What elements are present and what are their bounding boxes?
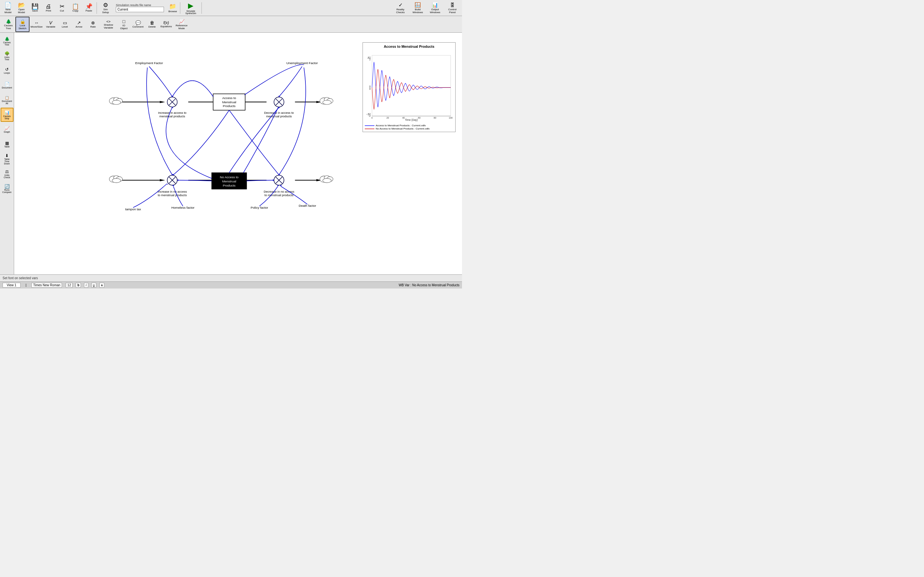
simulate-button[interactable]: ▶ SimulateSyntheSim bbox=[181, 1, 200, 15]
reference-mode-button[interactable]: 📈 ReferenceMode bbox=[173, 17, 190, 32]
sidebar-document-all[interactable]: 📋 DocumentAll bbox=[1, 93, 13, 107]
svg-point-19 bbox=[323, 100, 331, 105]
runs-compare-icon: 🔄 bbox=[5, 184, 10, 189]
sidebar-graph[interactable]: 📈 Graph bbox=[1, 122, 13, 137]
canvas-area[interactable]: Access to Menstrual Products No Access t… bbox=[14, 33, 462, 274]
sidebar-uses-tree[interactable]: 🌳 UsesTree bbox=[1, 49, 13, 63]
svg-text:to menstrual products: to menstrual products bbox=[264, 193, 294, 197]
wb-var: WB Var : No Access to Menstrual Products bbox=[399, 284, 459, 287]
separator-2 bbox=[180, 2, 180, 14]
svg-text:60: 60 bbox=[418, 117, 421, 119]
svg-text:Time (Day): Time (Day) bbox=[405, 119, 418, 121]
sidebar-table[interactable]: ▦ Table bbox=[1, 137, 13, 151]
main-area: 🌲 CausesTree 🌳 UsesTree ↺ Loops 📄 Docume… bbox=[0, 33, 462, 274]
print-icon: 🖨 bbox=[45, 3, 51, 9]
sidebar-causes-strip[interactable]: 📊 CausesStrip bbox=[1, 108, 13, 122]
output-windows-button[interactable]: 📊 OutputWindows bbox=[427, 1, 443, 15]
move-size-icon: ↔ bbox=[34, 20, 39, 25]
svg-point-27 bbox=[323, 179, 331, 183]
control-panel-button[interactable]: 🎛 ControlPanel bbox=[444, 1, 461, 15]
svg-text:0: 0 bbox=[369, 87, 371, 90]
sidebar-table-time-down[interactable]: ⬇ TableTimeDown bbox=[1, 152, 13, 166]
right-tools: ✓ RealityChecks 🪟 BuildWindows 📊 OutputW… bbox=[392, 1, 461, 15]
document-icon: 📄 bbox=[5, 82, 10, 87]
copy-icon: 📋 bbox=[72, 3, 79, 9]
font-italic[interactable]: i bbox=[84, 283, 88, 287]
svg-marker-11 bbox=[160, 179, 165, 181]
move-size-button[interactable]: ↔ Move/Size bbox=[29, 17, 44, 32]
lock-sketch-button[interactable]: 🔒 LockSketch bbox=[15, 17, 29, 32]
causes-tree-button[interactable]: 🌲 CausesTree bbox=[1, 17, 15, 32]
sidebar-causes-tree[interactable]: 🌲 CausesTree bbox=[1, 34, 13, 48]
shadow-variable-icon: <> bbox=[107, 19, 111, 23]
svg-text:Products: Products bbox=[223, 104, 236, 108]
browse-icon: 📁 bbox=[169, 3, 176, 10]
build-windows-button[interactable]: 🪟 BuildWindows bbox=[409, 1, 426, 15]
font-bold[interactable]: b bbox=[76, 283, 81, 287]
equations-icon: f(x) bbox=[163, 21, 169, 25]
save-button[interactable]: 💾 Save bbox=[28, 1, 42, 15]
chart-container: .82 2 0 0 -.82 -2 bbox=[365, 50, 453, 123]
svg-text:Menstrual: Menstrual bbox=[222, 179, 236, 183]
output-windows-icon: 📊 bbox=[432, 2, 438, 8]
build-windows-icon: 🪟 bbox=[415, 2, 421, 8]
svg-text:80: 80 bbox=[434, 117, 436, 119]
comment-button[interactable]: 💬 Comment bbox=[131, 17, 145, 32]
svg-text:menstrual products: menstrual products bbox=[160, 114, 185, 118]
chart-legend: Access to Menstrual Products : Current.v… bbox=[365, 124, 453, 130]
file-input[interactable] bbox=[116, 7, 164, 12]
print-button[interactable]: 🖨 Print bbox=[42, 1, 55, 15]
delete-button[interactable]: 🗑 Delete bbox=[145, 17, 159, 32]
svg-text:Employment Factor: Employment Factor bbox=[136, 61, 163, 65]
reality-checks-icon: ✓ bbox=[399, 2, 403, 8]
bottom-bar: View 1 | Times New Roman 12 b i u s WB V… bbox=[0, 282, 462, 288]
sidebar-runs-compare[interactable]: 🔄 RunsCompare bbox=[1, 181, 13, 195]
variable-button[interactable]: V Variable bbox=[44, 17, 58, 32]
comment-icon: 💬 bbox=[136, 20, 141, 25]
svg-text:Decrease in access to: Decrease in access to bbox=[264, 111, 294, 114]
font-size[interactable]: 12 bbox=[66, 283, 73, 287]
rate-button[interactable]: ⊗ Rate bbox=[86, 17, 100, 32]
copy-button[interactable]: 📋 Copy bbox=[69, 1, 82, 15]
variable-icon: V bbox=[49, 20, 52, 25]
svg-text:0: 0 bbox=[371, 117, 373, 119]
sidebar-document[interactable]: 📄 Document bbox=[1, 78, 13, 92]
font-underline[interactable]: u bbox=[91, 283, 97, 287]
svg-text:Increase in access to: Increase in access to bbox=[158, 111, 186, 114]
io-object-button[interactable]: □ IOObject bbox=[117, 17, 131, 32]
chart-panel: Access to Menstrual Products .82 2 0 0 -… bbox=[363, 42, 456, 132]
font-strikethrough[interactable]: s bbox=[99, 283, 104, 287]
view-tab[interactable]: View 1 bbox=[3, 283, 21, 287]
svg-text:100: 100 bbox=[449, 117, 453, 119]
top-toolbar: 📄 New Model 📂 OpenModel 💾 Save 🖨 Print ✂… bbox=[0, 0, 462, 16]
new-model-button[interactable]: 📄 New Model bbox=[1, 1, 15, 15]
paste-button[interactable]: 📌 Paste bbox=[82, 1, 95, 15]
causes-tree-icon: 🌲 bbox=[6, 19, 11, 24]
browse-button[interactable]: 📁 Browse bbox=[166, 2, 179, 13]
level-button[interactable]: ▭ Level bbox=[58, 17, 72, 32]
cut-button[interactable]: ✂ Cut bbox=[55, 1, 69, 15]
document-all-icon: 📋 bbox=[5, 96, 9, 100]
reality-checks-button[interactable]: ✓ RealityChecks bbox=[392, 1, 409, 15]
table-icon: ▦ bbox=[5, 141, 9, 145]
separator-3 bbox=[202, 2, 202, 14]
file-label: Simulation results file name bbox=[116, 3, 164, 7]
arrow-button[interactable]: ↗ Arrow bbox=[72, 17, 86, 32]
delete-icon: 🗑 bbox=[150, 20, 154, 25]
equations-button[interactable]: f(x) Equations bbox=[159, 17, 173, 32]
svg-text:tampon tax: tampon tax bbox=[125, 207, 141, 211]
svg-text:Death factor: Death factor bbox=[299, 204, 317, 207]
sim-setup-button[interactable]: ⚙ SimSetup bbox=[98, 1, 113, 15]
file-area: Simulation results file name bbox=[116, 3, 164, 12]
svg-text:menstrual products: menstrual products bbox=[266, 114, 292, 118]
sidebar-loops[interactable]: ↺ Loops bbox=[1, 63, 13, 77]
open-model-icon: 📂 bbox=[18, 2, 25, 8]
table-time-down-icon: ⬇ bbox=[5, 153, 9, 158]
io-object-icon: □ bbox=[123, 19, 125, 24]
arrow-icon: ↗ bbox=[77, 20, 81, 25]
sidebar-units-check[interactable]: ⚖ UnitsCheck bbox=[1, 167, 13, 181]
shadow-variable-button[interactable]: <> ShadowVariable bbox=[100, 17, 117, 32]
font-selector[interactable]: Times New Roman bbox=[31, 283, 62, 287]
open-model-button[interactable]: 📂 OpenModel bbox=[15, 1, 28, 15]
svg-text:No Access to: No Access to bbox=[220, 175, 239, 179]
